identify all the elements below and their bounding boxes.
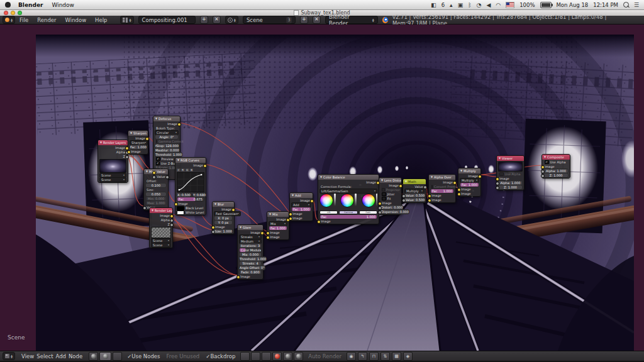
dispersion-number-field[interactable]: Dispersion: 0.000 bbox=[380, 209, 409, 214]
input-socket[interactable] bbox=[541, 165, 545, 169]
collapse-triangle-icon[interactable]: ▼ bbox=[214, 202, 216, 206]
collapse-triangle-icon[interactable]: ▼ bbox=[146, 170, 148, 173]
input-socket[interactable] bbox=[496, 177, 499, 181]
threshold-number-field[interactable]: Threshold: 1.000 bbox=[155, 152, 182, 157]
output-socket[interactable] bbox=[145, 137, 149, 141]
fac-slider[interactable]: Fac1.000 bbox=[430, 189, 454, 194]
output-socket[interactable] bbox=[310, 199, 314, 203]
output-socket[interactable] bbox=[399, 184, 402, 188]
white-level-color-swatch[interactable] bbox=[177, 211, 184, 215]
output-socket[interactable] bbox=[125, 155, 129, 159]
input-socket[interactable] bbox=[428, 194, 431, 198]
scene-select[interactable]: Scene▾ bbox=[99, 177, 126, 182]
input-socket[interactable] bbox=[211, 226, 215, 229]
fade-number-field[interactable]: Fade: 0.900 bbox=[239, 270, 262, 275]
fac-slider[interactable]: Fac1.000 bbox=[269, 226, 287, 231]
lift-color-wheel[interactable] bbox=[319, 194, 333, 207]
input-socket[interactable] bbox=[402, 194, 406, 198]
node-header-render-layers-2[interactable]: ▼Render Layers bbox=[150, 208, 172, 213]
checked-checkbox-icon[interactable]: ✓ bbox=[545, 160, 549, 165]
input-socket[interactable] bbox=[378, 211, 382, 214]
input-socket[interactable] bbox=[152, 171, 156, 175]
collapse-triangle-icon[interactable]: ▼ bbox=[177, 158, 179, 162]
node-lens-distortion[interactable]: ▼Lens DistortionImageProjectorJitterFitI… bbox=[379, 177, 402, 215]
node-header-blur[interactable]: ▼Blur bbox=[213, 202, 234, 207]
size-number-field[interactable]: Size: 1.000 bbox=[214, 229, 233, 234]
unchecked-checkbox-icon[interactable] bbox=[499, 172, 504, 177]
output-socket[interactable] bbox=[231, 208, 235, 212]
node-render-layers-2[interactable]: ▼Render LayersImageAlphaZScene▾Scene▾ bbox=[149, 207, 173, 248]
output-socket[interactable] bbox=[170, 219, 174, 222]
collapse-triangle-icon[interactable]: ▼ bbox=[240, 226, 242, 229]
node-header-render-layers-1[interactable]: ▼Render Layers bbox=[98, 140, 128, 145]
node-header-sharpen[interactable]: ▼Sharpen bbox=[128, 131, 148, 136]
node-header-math[interactable]: ▼Math bbox=[403, 179, 426, 184]
channel-button-g[interactable]: G bbox=[186, 168, 189, 172]
lift-wheel-slider[interactable] bbox=[334, 194, 336, 206]
0-100-number-field[interactable]: 0.100 bbox=[145, 183, 167, 188]
checked-checkbox-icon[interactable]: ✓ bbox=[156, 157, 160, 162]
node-header-lens-distortion[interactable]: ▼Lens Distortion bbox=[379, 178, 401, 183]
node-multiply[interactable]: ▼MultiplyImageMultiply▾Fac1.000ImageImag… bbox=[458, 168, 481, 197]
output-socket[interactable] bbox=[376, 181, 380, 185]
node-glare[interactable]: ▼GlareImageStreaks▾Medium▾Iterations: 3C… bbox=[237, 224, 264, 280]
node-header-multiply[interactable]: ▼Multiply bbox=[458, 168, 480, 173]
fac-number-field[interactable]: Fac: 1.000 bbox=[130, 145, 147, 150]
color-modulation-slider[interactable]: Color Modulation bbox=[239, 248, 262, 253]
output-socket[interactable] bbox=[177, 123, 181, 126]
y-number-field[interactable]: Y: 0 px bbox=[214, 220, 233, 225]
node-rgb-curves[interactable]: ▼RGB CurvesImageCRGBX: 0.500Y: 0.680Fac0… bbox=[175, 157, 206, 216]
input-socket[interactable] bbox=[289, 212, 292, 216]
node-header-map-value[interactable]: ▼Map Value bbox=[144, 169, 168, 174]
input-socket[interactable] bbox=[266, 236, 270, 239]
node-viewer[interactable]: ▼ViewerUse AlphaImageAlpha: 1.000Z: 1.00… bbox=[496, 155, 525, 190]
node-header-composite[interactable]: ▼Composite bbox=[542, 155, 570, 160]
fac-slider[interactable]: Fac0.675 bbox=[177, 197, 204, 202]
input-socket[interactable] bbox=[152, 175, 156, 179]
collapse-triangle-icon[interactable]: ▼ bbox=[460, 169, 462, 173]
max-number-field[interactable]: Max: 1.000 bbox=[145, 200, 167, 206]
input-socket[interactable] bbox=[496, 182, 499, 185]
node-color-balance[interactable]: ▼Color BalanceImageCorrection Formula:Li… bbox=[318, 174, 379, 224]
output-socket[interactable] bbox=[203, 164, 207, 168]
channel-button-c[interactable]: C bbox=[177, 168, 180, 172]
input-socket[interactable] bbox=[317, 220, 321, 224]
unchecked-checkbox-icon[interactable] bbox=[382, 192, 386, 197]
node-composite[interactable]: ▼Composite✓Use AlphaImageAlpha: 1.000Z: … bbox=[541, 154, 570, 178]
node-header-color-balance[interactable]: ▼Color Balance bbox=[318, 175, 379, 180]
fac-slider[interactable]: Fac1.000 bbox=[319, 214, 377, 219]
collapse-triangle-icon[interactable]: ▼ bbox=[431, 175, 433, 179]
input-socket[interactable] bbox=[266, 231, 270, 235]
input-socket[interactable] bbox=[428, 199, 431, 202]
output-socket[interactable] bbox=[453, 181, 457, 185]
unchecked-checkbox-icon[interactable] bbox=[382, 188, 385, 192]
collapse-triangle-icon[interactable]: ▼ bbox=[155, 117, 157, 121]
output-socket[interactable] bbox=[260, 231, 264, 235]
fac-slider[interactable]: Fac1.000 bbox=[291, 207, 311, 212]
collapse-triangle-icon[interactable]: ▼ bbox=[381, 178, 383, 182]
lift-gamma-gain-select[interactable]: Lift/Gamma/Gain▾ bbox=[319, 189, 377, 194]
node-header-glare[interactable]: ▼Glare bbox=[238, 225, 263, 230]
collapse-triangle-icon[interactable]: ▼ bbox=[269, 212, 271, 216]
gain-wheel-slider[interactable] bbox=[376, 194, 378, 206]
input-socket[interactable] bbox=[457, 192, 461, 196]
z-number-field[interactable]: Z: 1.000 bbox=[543, 173, 569, 178]
node-alpha-over[interactable]: ▼Alpha OverImageConvert PremulFac1.000Im… bbox=[428, 174, 456, 203]
gain-color-wheel[interactable] bbox=[362, 194, 375, 207]
input-socket[interactable] bbox=[496, 186, 499, 190]
unchecked-checkbox-icon[interactable] bbox=[382, 197, 386, 201]
black-level-color-swatch[interactable] bbox=[177, 206, 184, 211]
output-socket[interactable] bbox=[170, 223, 174, 227]
input-socket[interactable] bbox=[378, 206, 382, 210]
collapse-triangle-icon[interactable]: ▼ bbox=[152, 209, 153, 212]
z-number-field[interactable]: Z: 1.000 bbox=[498, 185, 523, 190]
fac-slider[interactable]: Fac1.000 bbox=[460, 182, 479, 187]
node-header-mix[interactable]: ▼Mix bbox=[267, 212, 289, 217]
output-socket[interactable] bbox=[478, 175, 482, 178]
node-map-value[interactable]: ▼Map ValueValueOffset:0.100Size:0.050Min… bbox=[143, 168, 169, 211]
input-socket[interactable] bbox=[143, 206, 147, 210]
input-socket[interactable] bbox=[541, 174, 545, 178]
collapse-triangle-icon[interactable]: ▼ bbox=[292, 194, 294, 197]
input-socket[interactable] bbox=[378, 202, 382, 206]
collapse-triangle-icon[interactable]: ▼ bbox=[405, 180, 407, 184]
